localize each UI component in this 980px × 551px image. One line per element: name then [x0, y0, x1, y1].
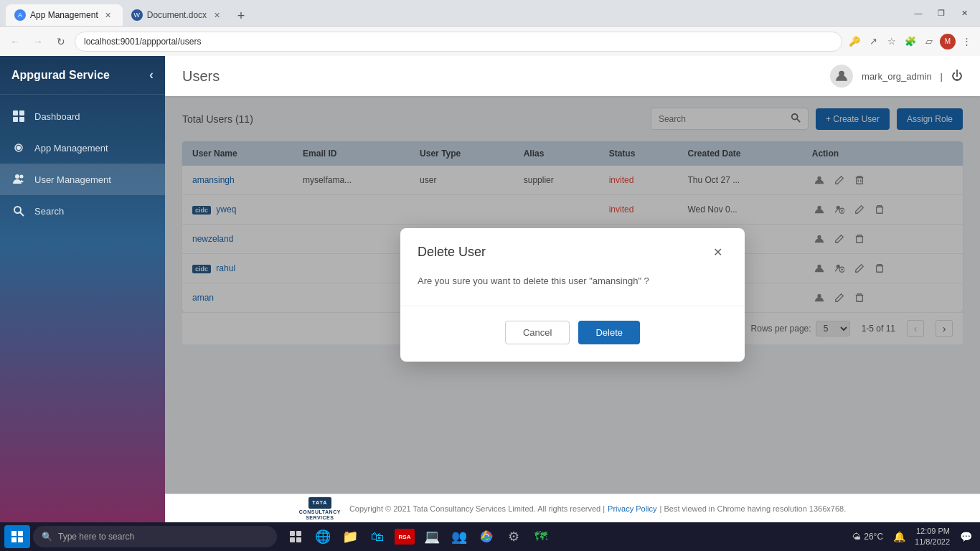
browser-window-controls: — ❐ ✕: [908, 3, 974, 23]
modal-overlay: Delete User ✕ Are you sure you want to d…: [165, 96, 980, 494]
extensions-icon[interactable]: 🧩: [903, 34, 918, 50]
header-separator: |: [941, 71, 943, 82]
search-icon: [11, 204, 26, 218]
address-input[interactable]: [75, 32, 842, 52]
app-management-icon: [11, 141, 26, 155]
svg-point-6: [15, 174, 19, 179]
user-avatar-icon: [830, 65, 853, 88]
back-button[interactable]: ←: [6, 32, 24, 51]
tab-close-app[interactable]: ✕: [103, 9, 114, 21]
profile-avatar[interactable]: M: [940, 34, 956, 50]
sidebar-collapse-button[interactable]: ‹: [149, 67, 154, 83]
sidebar-label-dashboard: Dashboard: [34, 111, 80, 122]
maximize-button[interactable]: ❐: [931, 3, 951, 23]
dashboard-icon: [11, 109, 26, 123]
sidebar-label-app-management: App Management: [34, 143, 108, 154]
new-tab-button[interactable]: +: [231, 6, 251, 26]
refresh-button[interactable]: ↻: [52, 32, 70, 51]
svg-rect-1: [19, 110, 24, 116]
browser-tabs: A App Management ✕ W Document.docx ✕ +: [6, 0, 251, 26]
tab-label-doc: Document.docx: [147, 10, 207, 20]
svg-line-9: [20, 212, 24, 216]
delete-user-modal: Delete User ✕ Are you sure you want to d…: [400, 228, 745, 362]
lock-icon: 🔑: [847, 34, 862, 50]
svg-rect-0: [13, 110, 18, 116]
modal-close-button[interactable]: ✕: [707, 242, 727, 263]
sidebar-nav: Dashboard App Management: [0, 95, 165, 522]
footer-best-viewed: | Best viewed in Chrome having resolutio…: [660, 504, 847, 513]
users-content: Total Users (11) + Create User Assign Ro…: [165, 96, 980, 494]
modal-body: Are you sure you want to delete this use…: [400, 274, 745, 362]
forward-button[interactable]: →: [29, 32, 47, 51]
sidebar-item-dashboard[interactable]: Dashboard: [0, 100, 165, 132]
browser-chrome: A App Management ✕ W Document.docx ✕ + —…: [0, 0, 980, 56]
browser-address-bar: ← → ↻ 🔑 ↗ ☆ 🧩 ▱ M ⋮: [0, 26, 980, 56]
bookmark-icon[interactable]: ☆: [884, 34, 900, 50]
sidebar-label-user-management: User Management: [34, 174, 111, 185]
header-right: mark_org_admin | ⏻: [830, 65, 963, 88]
user-management-icon: [11, 172, 26, 187]
sidebar-item-search[interactable]: Search: [0, 195, 165, 227]
sidebar: Appgurad Service ‹ Dashboard: [0, 56, 165, 522]
svg-rect-3: [19, 117, 24, 122]
tab-close-doc[interactable]: ✕: [211, 9, 222, 21]
app-container: Appgurad Service ‹ Dashboard: [0, 56, 980, 522]
tcs-logo: TATA CONSULTANCY SERVICES: [299, 497, 341, 520]
privacy-policy-link[interactable]: Privacy Policy: [608, 504, 656, 513]
svg-point-7: [20, 175, 24, 179]
footer-copyright: Copyright © 2021 Tata Consultancy Servic…: [349, 504, 605, 513]
address-icons: 🔑 ↗ ☆ 🧩 ▱ M ⋮: [847, 34, 974, 50]
minimize-button[interactable]: —: [908, 3, 928, 23]
power-button[interactable]: ⏻: [951, 70, 963, 83]
sidebar-header: Appgurad Service ‹: [0, 56, 165, 95]
app-footer: TATA CONSULTANCY SERVICES Copyright © 20…: [165, 494, 980, 522]
svg-point-8: [14, 207, 21, 213]
main-content: Users mark_org_admin | ⏻ Total Users (11…: [165, 56, 980, 522]
tab-favicon-doc: W: [131, 9, 143, 21]
page-title: Users: [182, 68, 220, 85]
modal-divider: [400, 306, 745, 306]
close-button[interactable]: ✕: [954, 3, 974, 23]
sidebar-label-search: Search: [34, 206, 64, 217]
browser-tab-document[interactable]: W Document.docx ✕: [123, 4, 231, 26]
modal-actions: Cancel Delete: [418, 321, 727, 344]
sidebar-item-app-management[interactable]: App Management: [0, 132, 165, 164]
sidebar-app-name: Appgurad Service: [11, 69, 110, 82]
tab-favicon-app: A: [14, 9, 26, 21]
sidebar-item-user-management[interactable]: User Management: [0, 164, 165, 195]
modal-message: Are you sure you want to delete this use…: [418, 274, 727, 289]
svg-rect-2: [13, 117, 18, 122]
username-label: mark_org_admin: [862, 71, 932, 82]
menu-icon[interactable]: ⋮: [958, 34, 974, 50]
share-icon[interactable]: ↗: [865, 34, 881, 50]
tab-label-app: App Management: [30, 10, 98, 20]
modal-title: Delete User: [418, 245, 486, 260]
modal-header: Delete User ✕: [400, 228, 745, 274]
svg-point-4: [17, 146, 21, 150]
cancel-button[interactable]: Cancel: [505, 321, 570, 344]
delete-button[interactable]: Delete: [578, 321, 640, 344]
sidebar-toggle-icon[interactable]: ▱: [921, 34, 937, 50]
main-header: Users mark_org_admin | ⏻: [165, 56, 980, 96]
browser-tab-app-management[interactable]: A App Management ✕: [6, 4, 123, 26]
browser-title-bar: A App Management ✕ W Document.docx ✕ + —…: [0, 0, 980, 26]
